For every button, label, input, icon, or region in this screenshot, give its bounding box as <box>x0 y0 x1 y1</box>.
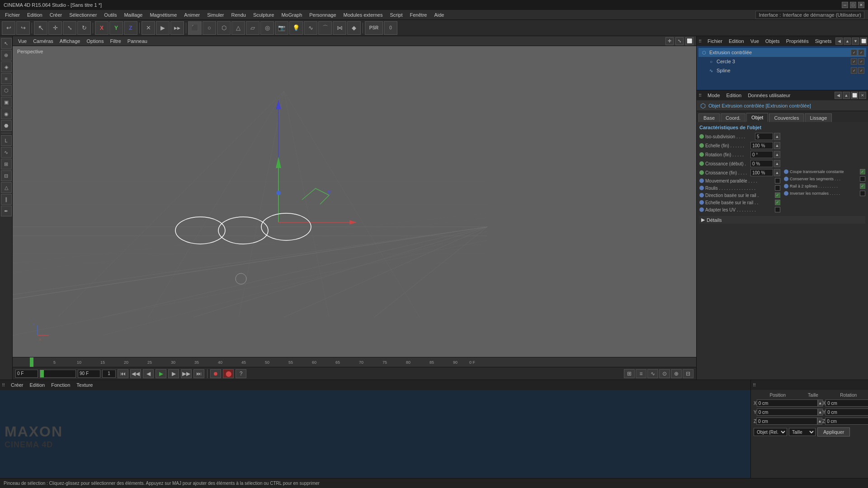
size-x-input[interactable] <box>826 399 868 407</box>
left-tool-3[interactable]: ◈ <box>1 61 12 72</box>
inverser-checkbox[interactable] <box>860 191 865 196</box>
spline-vis-btn[interactable]: ✓ <box>851 67 857 74</box>
hier-menu-edition[interactable]: Edition <box>726 38 746 45</box>
hier-toolbar-btn3[interactable]: ▼ <box>852 38 859 45</box>
cercle-vis-btn[interactable]: ✓ <box>851 58 857 65</box>
croissance-debut-spin[interactable]: ▲ <box>774 160 780 167</box>
left-tool-6[interactable]: ▣ <box>1 97 12 108</box>
viewport[interactable]: X Y Perspective <box>13 46 696 357</box>
tool-move[interactable]: ✛ <box>48 21 62 35</box>
mat-menu-edition[interactable]: Edition <box>28 381 47 389</box>
tool-light[interactable]: 💡 <box>289 21 303 35</box>
transport-to-end[interactable]: ⏭ <box>193 369 204 378</box>
tool-redo[interactable]: ↪ <box>16 21 30 35</box>
left-tool-2[interactable]: ⊕ <box>1 50 12 61</box>
size-y-input[interactable] <box>826 408 868 416</box>
vp-menu-vue[interactable]: Vue <box>15 38 29 45</box>
vp-menu-options[interactable]: Options <box>84 38 106 45</box>
echelle-fin-input[interactable] <box>750 142 773 149</box>
transport-next-key[interactable]: ▶▶ <box>181 369 192 378</box>
tool-plane[interactable]: ▱ <box>246 21 259 35</box>
iso-spin-up[interactable]: ▲ <box>774 133 780 140</box>
hier-menu-proprietes[interactable]: Propriétés <box>784 38 811 45</box>
hier-menu-objets[interactable]: Objets <box>763 38 782 45</box>
croissance-debut-input[interactable] <box>750 160 773 167</box>
transport-motion-clip[interactable]: ⊞ <box>624 369 635 378</box>
left-tool-4[interactable]: ≡ <box>1 73 12 84</box>
close-button[interactable]: ✕ <box>858 2 864 8</box>
tab-lissage[interactable]: Lissage <box>805 113 832 122</box>
end-frame-field[interactable]: 90 F <box>78 370 100 378</box>
interface-selector[interactable]: Interface : Interface de démarrage (Util… <box>755 11 864 19</box>
adapter-checkbox[interactable] <box>775 207 780 212</box>
maximize-button[interactable]: □ <box>850 2 856 8</box>
tool-cube[interactable]: ⬛ <box>188 21 202 35</box>
mat-menu-creer[interactable]: Créer <box>9 381 26 389</box>
tool-render-to[interactable]: ▶▶ <box>170 21 184 35</box>
vp-menu-cameras[interactable]: Caméras <box>30 38 56 45</box>
menu-sculpture[interactable]: Sculpture <box>250 11 277 19</box>
vp-menu-affichage[interactable]: Affichage <box>57 38 83 45</box>
size-type-select[interactable]: Taille Echelle <box>789 428 816 436</box>
extrusion-vis-btn[interactable]: ✓ <box>851 49 857 56</box>
transport-play[interactable]: ▶ <box>156 369 166 378</box>
transport-next-frame[interactable]: ▶ <box>168 369 179 378</box>
menu-fenetre[interactable]: Fenêtre <box>407 11 430 19</box>
hier-toolbar-btn4[interactable]: ⬜ <box>860 38 867 45</box>
tool-x-axis[interactable]: X <box>95 21 108 35</box>
left-tool-9[interactable]: L <box>1 135 12 146</box>
pos-x-input[interactable] <box>757 399 818 407</box>
transport-timeline[interactable]: ≡ <box>636 369 646 378</box>
minimize-button[interactable]: ─ <box>842 2 848 8</box>
prop-menu-mode[interactable]: Mode <box>705 92 722 99</box>
pos-z-spin[interactable]: ▲ <box>817 418 822 425</box>
transport-morph[interactable]: ⊕ <box>671 369 682 378</box>
pos-z-input[interactable] <box>756 418 817 425</box>
tool-torus[interactable]: ◎ <box>260 21 274 35</box>
tool-material[interactable]: ◆ <box>347 21 361 35</box>
left-tool-8[interactable]: ⬣ <box>1 120 12 131</box>
pos-y-input[interactable] <box>757 408 818 416</box>
pos-y-spin[interactable]: ▲ <box>818 408 823 416</box>
hier-toolbar-btn1[interactable]: ◀ <box>835 38 843 45</box>
echelle-fin-spin[interactable]: ▲ <box>774 142 780 149</box>
apply-button[interactable]: Appliquer <box>817 427 850 436</box>
menu-outils[interactable]: Outils <box>101 11 120 19</box>
tool-psr[interactable]: PSR <box>365 21 383 35</box>
details-row[interactable]: ▶ Détails <box>699 216 865 224</box>
menu-personnage[interactable]: Personnage <box>306 11 339 19</box>
vp-menu-filtre[interactable]: Filtre <box>107 38 123 45</box>
cercle-render-btn[interactable]: ✓ <box>858 58 864 65</box>
tool-cloth[interactable]: ⋈ <box>333 21 346 35</box>
tab-base[interactable]: Base <box>698 113 720 122</box>
tool-render[interactable]: ▶ <box>156 21 170 35</box>
tool-cylinder[interactable]: ⬡ <box>217 21 231 35</box>
left-tool-5[interactable]: ⬡ <box>1 85 12 96</box>
spline-render-btn[interactable]: ✓ <box>858 67 864 74</box>
frame-step[interactable]: 1 <box>102 370 116 378</box>
tab-objet[interactable]: Objet <box>746 113 768 122</box>
tool-cone[interactable]: △ <box>231 21 245 35</box>
menu-aide[interactable]: Aide <box>431 11 447 19</box>
rotation-fin-input[interactable] <box>750 151 773 158</box>
tab-coord[interactable]: Coord. <box>721 113 745 122</box>
extrusion-render-btn[interactable]: ✓ <box>858 49 864 56</box>
menu-animer[interactable]: Animer <box>181 11 203 19</box>
tool-bend[interactable]: ⌒ <box>318 21 332 35</box>
transport-auto-key[interactable]: ⬤ <box>223 369 234 378</box>
transport-f-curve[interactable]: ∿ <box>647 369 658 378</box>
timeline-ruler[interactable]: 0 5 10 15 20 25 30 35 40 45 50 55 60 65 … <box>13 357 696 367</box>
size-z-input[interactable] <box>825 418 868 425</box>
menu-fichier[interactable]: Fichier <box>2 11 23 19</box>
vp-move-icon[interactable]: ✛ <box>665 37 674 45</box>
menu-modules[interactable]: Modules externes <box>340 11 386 19</box>
menu-edition[interactable]: Edition <box>24 11 46 19</box>
mat-menu-fonction[interactable]: Fonction <box>49 381 72 389</box>
left-tool-14[interactable]: ∥ <box>1 194 12 205</box>
iso-input[interactable] <box>755 133 773 140</box>
pos-x-spin[interactable]: ▲ <box>818 399 823 407</box>
hier-toolbar-btn2[interactable]: ▲ <box>844 38 851 45</box>
hier-menu-vue[interactable]: Vue <box>748 38 761 45</box>
vp-zoom-icon[interactable]: ⤡ <box>675 37 684 45</box>
current-frame-field[interactable]: 0 F <box>15 370 38 378</box>
